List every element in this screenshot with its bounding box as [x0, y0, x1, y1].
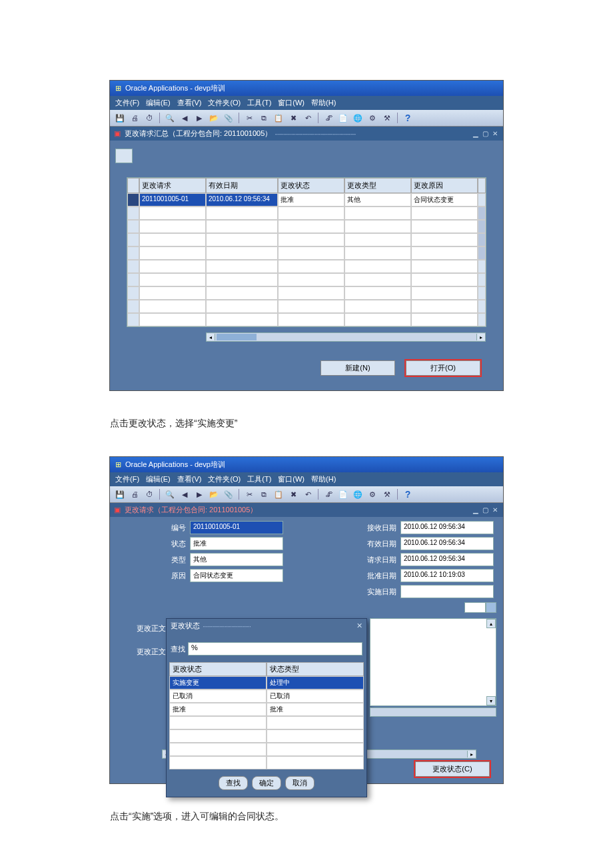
- paste-icon[interactable]: 📋: [273, 488, 285, 500]
- vscroll-down-icon[interactable]: ▾: [486, 696, 496, 705]
- cut-icon[interactable]: ✂: [243, 112, 255, 124]
- close-icon[interactable]: ✕: [491, 506, 499, 514]
- grid-header-type[interactable]: 更改类型: [344, 178, 411, 193]
- description-hscroll[interactable]: [370, 707, 496, 717]
- menu-tools[interactable]: 工具(T): [247, 98, 271, 108]
- description-textarea[interactable]: ▴ ▾: [370, 618, 496, 706]
- input-req-date[interactable]: 2010.06.12 09:56:34: [400, 553, 494, 566]
- popup-col-type[interactable]: 状态类型: [267, 662, 364, 676]
- vscroll-up-icon[interactable]: ▴: [486, 619, 496, 628]
- grid-hscroll[interactable]: ◂ ▸: [127, 332, 486, 342]
- input-number[interactable]: 2011001005-01: [190, 521, 283, 534]
- input-impl-date[interactable]: [400, 585, 494, 598]
- cut-icon[interactable]: ✂: [243, 488, 255, 500]
- menu-edit[interactable]: 编辑(E): [146, 474, 171, 484]
- folder-icon[interactable]: 📂: [208, 488, 220, 500]
- dff-flex-button-left[interactable]: [464, 602, 486, 613]
- paste-icon[interactable]: 📋: [273, 112, 285, 124]
- open-button[interactable]: 打开(O): [406, 360, 480, 376]
- grid-vscroll-down[interactable]: [478, 313, 486, 326]
- minimize-icon[interactable]: ▁: [472, 506, 480, 514]
- clock-icon[interactable]: ⏱: [143, 488, 155, 500]
- grid-header-status[interactable]: 更改状态: [278, 178, 344, 193]
- change-status-button[interactable]: 更改状态(C): [415, 761, 490, 777]
- grid-header-reason[interactable]: 更改原因: [411, 178, 478, 193]
- attach-icon[interactable]: 🖇: [322, 112, 334, 124]
- menu-view[interactable]: 查看(V): [177, 474, 202, 484]
- input-appr-date[interactable]: 2010.06.12 10:19:03: [400, 569, 494, 582]
- menu-file[interactable]: 文件(F): [115, 98, 139, 108]
- tool1-icon[interactable]: ⚙: [366, 112, 378, 124]
- menu-window[interactable]: 窗口(W): [278, 474, 305, 484]
- nav-right-icon[interactable]: ▶: [193, 112, 205, 124]
- nav-left-icon[interactable]: ◀: [179, 112, 191, 124]
- hscroll2-right-icon[interactable]: ▸: [467, 751, 476, 757]
- popup-search-input[interactable]: %: [188, 642, 362, 655]
- save-icon[interactable]: 💾: [114, 112, 126, 124]
- menu-folder[interactable]: 文件夹(O): [208, 98, 241, 108]
- search-icon[interactable]: 🔍: [164, 112, 176, 124]
- grid-cell-status[interactable]: 批准: [278, 193, 344, 207]
- popup-ok-button[interactable]: 确定: [252, 776, 281, 790]
- maximize-icon[interactable]: ▢: [481, 130, 490, 137]
- maximize-icon[interactable]: ▢: [481, 506, 490, 514]
- grid-cell-reason[interactable]: 合同状态变更: [411, 193, 478, 207]
- undo-icon[interactable]: ↶: [302, 488, 314, 500]
- grid-cell-request[interactable]: 2011001005-01: [139, 193, 206, 207]
- grid-vscroll-thumb[interactable]: [478, 207, 486, 220]
- globe-icon[interactable]: 🌐: [352, 488, 364, 500]
- input-eff-date[interactable]: 2010.06.12 09:56:34: [400, 537, 494, 550]
- popup-cancel-button[interactable]: 取消: [285, 776, 314, 790]
- doc-icon[interactable]: 📄: [337, 488, 349, 500]
- print-icon[interactable]: 🖨: [129, 488, 141, 500]
- grid-header-request[interactable]: 更改请求: [139, 178, 206, 193]
- popup-find-button[interactable]: 查找: [219, 776, 248, 790]
- doc-icon[interactable]: 📄: [337, 112, 349, 124]
- menu-window[interactable]: 窗口(W): [278, 98, 305, 108]
- menu-edit[interactable]: 编辑(E): [146, 98, 171, 108]
- grid-row-indicator[interactable]: [127, 193, 139, 207]
- print-icon[interactable]: 🖨: [129, 112, 141, 124]
- dff-flex-button-right[interactable]: [486, 602, 496, 613]
- tool2-icon[interactable]: ⚒: [381, 112, 393, 124]
- menu-help[interactable]: 帮助(H): [311, 474, 336, 484]
- input-status[interactable]: 批准: [190, 537, 283, 550]
- folder-tool-button[interactable]: [115, 149, 133, 163]
- menubar[interactable]: 文件(F) 编辑(E) 查看(V) 文件夹(O) 工具(T) 窗口(W) 帮助(…: [110, 472, 503, 486]
- grid-header-eff-date[interactable]: 有效日期: [206, 178, 278, 193]
- popup-item-cancelled[interactable]: 已取消 已取消: [169, 689, 364, 703]
- delete-icon[interactable]: ✖: [287, 488, 299, 500]
- clip-icon[interactable]: 📎: [223, 488, 235, 500]
- help-icon[interactable]: ?: [402, 488, 414, 500]
- input-reason[interactable]: 合同状态变更: [190, 569, 283, 582]
- menu-view[interactable]: 查看(V): [177, 98, 202, 108]
- help-icon[interactable]: ?: [402, 112, 414, 124]
- grid-cell-date[interactable]: 2010.06.12 09:56:34: [206, 193, 278, 207]
- hscroll-left-icon[interactable]: ◂: [207, 334, 215, 340]
- menu-tools[interactable]: 工具(T): [247, 474, 271, 484]
- copy-icon[interactable]: ⧉: [258, 488, 270, 500]
- menu-folder[interactable]: 文件夹(O): [208, 474, 241, 484]
- clip-icon[interactable]: 📎: [223, 112, 235, 124]
- grid-cell-type[interactable]: 其他: [344, 193, 411, 207]
- nav-left-icon[interactable]: ◀: [179, 488, 191, 500]
- input-recv-date[interactable]: 2010.06.12 09:56:34: [400, 521, 494, 534]
- globe-icon[interactable]: 🌐: [352, 112, 364, 124]
- hscroll-right-icon[interactable]: ▸: [476, 334, 485, 340]
- attach-icon[interactable]: 🖇: [322, 488, 334, 500]
- input-type[interactable]: 其他: [190, 553, 283, 566]
- tool2-icon[interactable]: ⚒: [381, 488, 393, 500]
- search-icon[interactable]: 🔍: [164, 488, 176, 500]
- save-icon[interactable]: 💾: [114, 488, 126, 500]
- copy-icon[interactable]: ⧉: [258, 112, 270, 124]
- hscroll-thumb[interactable]: [217, 334, 257, 340]
- new-button[interactable]: 新建(N): [320, 360, 395, 376]
- menu-help[interactable]: 帮助(H): [311, 98, 336, 108]
- folder-icon[interactable]: 📂: [208, 112, 220, 124]
- clock-icon[interactable]: ⏱: [143, 112, 155, 124]
- popup-col-status[interactable]: 更改状态: [169, 662, 267, 676]
- popup-item-implement[interactable]: 实施变更 处理中: [169, 676, 364, 689]
- close-icon[interactable]: ✕: [491, 130, 499, 137]
- tool1-icon[interactable]: ⚙: [366, 488, 378, 500]
- minimize-icon[interactable]: ▁: [472, 130, 480, 137]
